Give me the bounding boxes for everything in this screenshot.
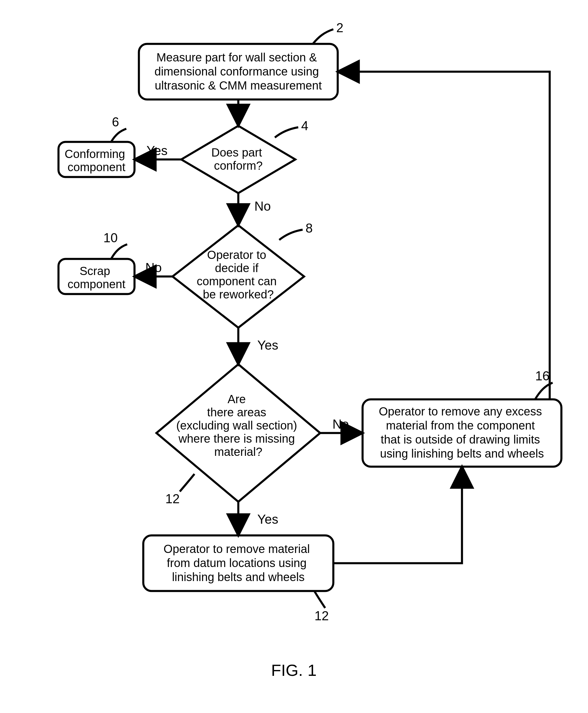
- node-remove-datum-material: Operator to remove material from datum l…: [143, 535, 333, 623]
- svg-text:Conforming
      component: Conforming component: [65, 147, 128, 174]
- edge-label-yes-8: Yes: [257, 338, 278, 352]
- figure-caption: FIG. 1: [271, 661, 317, 679]
- svg-text:Scrap
      component: Scrap component: [67, 264, 125, 290]
- edge-label-yes-4: Yes: [146, 143, 168, 158]
- svg-text:Operator to
      decide if
  : Operator to decide if component can be r…: [197, 248, 280, 301]
- edge-12b-to-16: [333, 467, 462, 563]
- edge-label-yes-12d: Yes: [257, 512, 278, 526]
- node-operator-rework-decision: Operator to decide if component can be r…: [172, 221, 313, 328]
- node-measure-part: Measure part for wall section & dimensio…: [139, 20, 343, 100]
- ref-label-10: 10: [104, 230, 118, 245]
- flowchart-figure: Measure part for wall section & dimensio…: [0, 0, 588, 713]
- node-conforming-component: Conforming component 6: [59, 115, 134, 177]
- svg-text:Does part
      conform?: Does part conform?: [211, 146, 266, 172]
- edge-16-to-2: [338, 72, 550, 399]
- svg-text:Are
      there areas
      (e: Are there areas (excluding wall section)…: [176, 393, 300, 458]
- edge-label-no-12d: No: [333, 417, 349, 431]
- svg-text:Measure part for wall section : Measure part for wall section & dimensio…: [154, 51, 322, 92]
- ref-label-6: 6: [112, 115, 119, 129]
- ref-label-2: 2: [336, 20, 343, 35]
- svg-text:Operator to remove material
  : Operator to remove material from datum l…: [164, 543, 313, 584]
- ref-label-12d: 12: [166, 491, 180, 506]
- ref-label-4: 4: [301, 119, 308, 133]
- ref-label-16: 16: [536, 369, 550, 383]
- node-scrap-component: Scrap component 10: [59, 230, 134, 294]
- node-missing-material-decision: Are there areas (excluding wall section)…: [156, 364, 320, 506]
- ref-label-12b: 12: [315, 609, 329, 623]
- node-remove-excess-material: Operator to remove any excess material f…: [362, 369, 561, 467]
- svg-text:Operator to remove any excess
: Operator to remove any excess material f…: [379, 405, 545, 460]
- edge-label-no-4: No: [254, 199, 271, 213]
- edge-label-no-8: No: [145, 260, 162, 275]
- node-does-part-conform: Does part conform? 4: [181, 119, 308, 193]
- ref-label-8: 8: [306, 221, 313, 235]
